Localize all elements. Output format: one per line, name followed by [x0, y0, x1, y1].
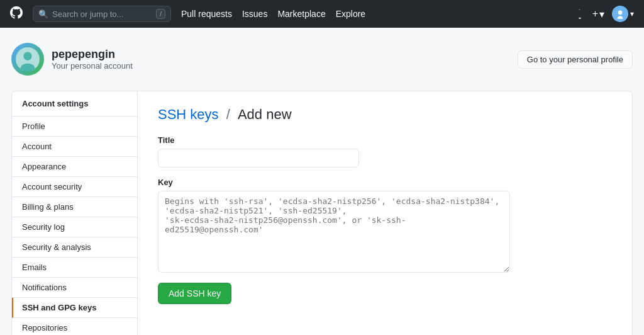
user-header: pepepengin Your personal account Go to y…: [11, 43, 633, 76]
user-header-left: pepepengin Your personal account: [11, 43, 133, 76]
search-placeholder-text: Search or jump to...: [52, 9, 123, 19]
search-kbd: /: [156, 9, 165, 19]
sidebar: Account settings Profile Account Appeara…: [12, 91, 138, 335]
nav-explore[interactable]: Explore: [336, 9, 365, 19]
sidebar-item-profile[interactable]: Profile: [12, 116, 137, 137]
title-separator: /: [223, 106, 234, 122]
two-col-layout: Account settings Profile Account Appeara…: [11, 91, 633, 335]
new-item-button[interactable]: + ▾: [592, 8, 604, 20]
user-menu-button[interactable]: ▾: [612, 6, 634, 22]
notifications-bell-button[interactable]: [575, 9, 585, 19]
user-avatar-large: [11, 43, 44, 76]
title-action: Add new: [238, 106, 292, 122]
plus-icon: +: [592, 8, 598, 20]
ssh-keys-link[interactable]: SSH keys: [158, 106, 219, 122]
nav-marketplace[interactable]: Marketplace: [277, 9, 325, 19]
user-sub-text: Your personal account: [52, 61, 133, 71]
sidebar-item-security-log[interactable]: Security log: [12, 217, 137, 237]
title-form-group: Title: [158, 135, 612, 168]
sidebar-item-account[interactable]: Account: [12, 137, 137, 157]
key-label: Key: [158, 178, 612, 187]
personal-profile-button[interactable]: Go to your personal profile: [518, 50, 633, 69]
title-input[interactable]: [158, 149, 359, 168]
svg-point-1: [23, 52, 31, 60]
key-form-group: Key: [158, 178, 612, 273]
user-avatar: [612, 6, 628, 22]
topbar-nav: Pull requests Issues Marketplace Explore: [181, 9, 365, 19]
page-container: pepepengin Your personal account Go to y…: [1, 28, 643, 335]
page-title: SSH keys / Add new: [158, 106, 612, 123]
title-label: Title: [158, 135, 612, 145]
sidebar-item-billing[interactable]: Billing & plans: [12, 197, 137, 217]
sidebar-item-ssh-gpg[interactable]: SSH and GPG keys: [12, 298, 137, 318]
sidebar-item-notifications[interactable]: Notifications: [12, 278, 137, 298]
search-icon: 🔍: [38, 9, 48, 19]
user-menu-caret: ▾: [630, 9, 634, 18]
nav-pull-requests[interactable]: Pull requests: [181, 9, 232, 19]
add-ssh-key-button[interactable]: Add SSH key: [158, 283, 231, 304]
user-info: pepepengin Your personal account: [52, 48, 133, 71]
sidebar-heading: Account settings: [12, 91, 137, 116]
nav-issues[interactable]: Issues: [242, 9, 267, 19]
plus-caret-icon: ▾: [599, 8, 604, 20]
key-textarea[interactable]: [158, 191, 510, 273]
github-logo-icon[interactable]: [10, 6, 23, 22]
main-content: SSH keys / Add new Title Key Add SSH key: [138, 91, 632, 335]
sidebar-item-account-security[interactable]: Account security: [12, 177, 137, 197]
sidebar-item-security-analysis[interactable]: Security & analysis: [12, 237, 137, 258]
sidebar-item-appearance[interactable]: Appearance: [12, 157, 137, 177]
search-bar[interactable]: 🔍 Search or jump to... /: [33, 6, 171, 22]
topbar-right: + ▾ ▾: [575, 6, 634, 22]
username: pepepengin: [52, 48, 133, 61]
topbar: 🔍 Search or jump to... / Pull requests I…: [0, 0, 644, 28]
sidebar-item-emails[interactable]: Emails: [12, 258, 137, 278]
add-ssh-key-form: Title Key Add SSH key: [158, 135, 612, 304]
sidebar-item-repositories[interactable]: Repositories: [12, 318, 137, 335]
